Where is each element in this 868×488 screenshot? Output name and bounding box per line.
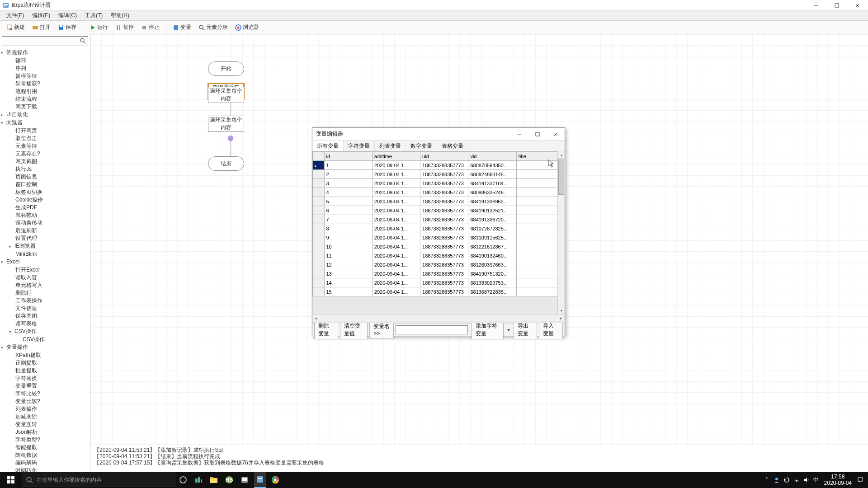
table-row[interactable]: 22020-09-04 1...188733288357773680924863…: [313, 170, 565, 179]
tree-item[interactable]: ▸UI自动化: [0, 111, 90, 119]
dialog-tab[interactable]: 列表变量: [375, 141, 406, 151]
toolbar-var-button[interactable]: 变量: [170, 22, 194, 33]
tree-item[interactable]: 保存关闭: [0, 312, 90, 320]
sidebar-search[interactable]: [2, 36, 88, 46]
tree-item[interactable]: 列表操作: [0, 405, 90, 413]
tree-item[interactable]: 文件信息: [0, 305, 90, 312]
menu-help[interactable]: 帮助(H): [107, 11, 133, 20]
table-row[interactable]: 122020-09-04 1...18873328835777368126039…: [313, 260, 565, 269]
tree-item[interactable]: 循环: [0, 57, 90, 65]
window-minimize-button[interactable]: [806, 0, 826, 11]
task-view-button[interactable]: [177, 472, 189, 488]
tree-item[interactable]: 网页下载: [0, 103, 90, 111]
tree-item[interactable]: 取值点击: [0, 135, 90, 142]
table-row[interactable]: 92020-09-04 1...188733288357773681109115…: [313, 233, 565, 242]
sidebar-tree[interactable]: ▾常规操作循环序列暂停等待异常捕获?流程引用结束流程网页下载▸UI自动化▾浏览器…: [0, 48, 90, 472]
scroll-thumb[interactable]: [558, 159, 564, 195]
flow-node-start[interactable]: 开始: [208, 61, 244, 76]
toolbar-stop-button[interactable]: 停止: [138, 22, 162, 33]
tree-item[interactable]: 变量重置: [0, 382, 90, 390]
taskbar-chrome[interactable]: [269, 472, 281, 488]
tree-item[interactable]: 页面信息: [0, 173, 90, 181]
dialog-tab[interactable]: 表格变量: [437, 141, 468, 151]
menu-compile[interactable]: 编译(C): [55, 11, 80, 20]
table-row[interactable]: 82020-09-04 1...188733288357773681072872…: [313, 224, 565, 233]
col-header-uid[interactable]: uid: [420, 152, 468, 161]
tree-item[interactable]: ▾变量操作: [0, 343, 90, 352]
tree-item[interactable]: 后退刷新: [0, 227, 90, 235]
tree-item[interactable]: 设置代理: [0, 235, 90, 242]
tree-item[interactable]: 工作表操作: [0, 297, 90, 305]
col-header-addtime[interactable]: addtime: [372, 152, 420, 161]
tray-sync-icon[interactable]: [782, 472, 792, 488]
add-var-dropdown[interactable]: ▾: [505, 325, 512, 334]
tree-item[interactable]: 滚动条移动: [0, 219, 90, 227]
tree-item[interactable]: 暂停等待: [0, 72, 90, 80]
scroll-left-arrow[interactable]: ◂: [312, 314, 320, 322]
tree-item[interactable]: 读写表格: [0, 320, 90, 328]
table-row[interactable]: 102020-09-04 1...18873328835777368122161…: [313, 242, 565, 251]
scroll-up-arrow[interactable]: ▴: [558, 151, 565, 159]
toolbar-analyze-button[interactable]: 元素分析: [196, 22, 231, 33]
toolbar-new-button[interactable]: +新建: [4, 22, 28, 33]
tree-item[interactable]: 批量提取: [0, 367, 90, 375]
toolbar-pause-button[interactable]: 暂停: [113, 22, 137, 33]
flow-node-loop1[interactable]: 遍环采集每个内容: [208, 87, 244, 103]
tree-item[interactable]: Cookie操作: [0, 196, 90, 204]
taskbar-app-1[interactable]: [193, 472, 204, 488]
tree-item[interactable]: 字符比较?: [0, 390, 90, 398]
tree-item[interactable]: 结束流程: [0, 95, 90, 103]
scroll-down-arrow[interactable]: ▾: [558, 307, 565, 314]
taskbar-app-hs[interactable]: HS: [223, 472, 235, 488]
window-maximize-button[interactable]: [826, 0, 847, 11]
tree-item[interactable]: 加减乘除: [0, 413, 90, 421]
dialog-titlebar[interactable]: 变量编辑器: [312, 128, 565, 141]
table-row[interactable]: 52020-09-04 1...188733288357773684191336…: [313, 197, 565, 206]
flow-node-end[interactable]: 结束: [208, 156, 244, 171]
toolbar-run-button[interactable]: 运行: [87, 22, 111, 33]
toolbar-open-button[interactable]: 打开: [29, 22, 53, 33]
flow-port[interactable]: [228, 136, 233, 141]
tree-item[interactable]: 执行Js: [0, 165, 90, 173]
toolbar-browser-button[interactable]: 浏览器: [232, 22, 262, 33]
tree-item[interactable]: 异常捕获?: [0, 80, 90, 88]
tree-item[interactable]: 删除行: [0, 289, 90, 297]
tray-chevron-icon[interactable]: ˄: [762, 472, 772, 488]
tray-clock[interactable]: 17:58 2020-09-04: [821, 474, 855, 486]
table-row[interactable]: 62020-09-04 1...188733288357773684190132…: [313, 206, 565, 215]
vertical-scrollbar[interactable]: ▴ ▾: [557, 151, 565, 314]
tree-item[interactable]: ▾Excel: [0, 258, 90, 266]
dialog-minimize-button[interactable]: [510, 128, 528, 141]
table-row[interactable]: 112020-09-04 1...18873328835777368419013…: [313, 251, 565, 260]
horizontal-scrollbar[interactable]: ◂ ▸: [312, 314, 565, 321]
start-button[interactable]: [0, 472, 22, 488]
tree-item[interactable]: MiniBlink: [0, 250, 90, 258]
table-row[interactable]: 32020-09-04 1...188733288357773684191337…: [313, 179, 565, 188]
tray-volume-icon[interactable]: [802, 472, 811, 488]
tree-item[interactable]: ▾常规操作: [0, 49, 90, 57]
dialog-close-button[interactable]: [547, 128, 565, 141]
tree-item[interactable]: 窗口控制: [0, 181, 90, 188]
tree-item[interactable]: 生成PDF: [0, 204, 90, 211]
table-row[interactable]: 72020-09-04 1...188733288357773684191336…: [313, 215, 565, 224]
tree-item[interactable]: 编码解码: [0, 459, 90, 467]
dialog-tab[interactable]: 字符变量: [344, 141, 375, 151]
tree-item[interactable]: ▾浏览器: [0, 119, 90, 127]
log-panel[interactable]: 【2020-09-04 11:53:21】【添加新记录】成功执行Sql【2020…: [90, 445, 868, 472]
tree-item[interactable]: 网页截图: [0, 158, 90, 165]
tree-item[interactable]: 读取内容: [0, 274, 90, 282]
window-close-button[interactable]: [847, 0, 868, 11]
tray-ime[interactable]: 中: [811, 476, 821, 484]
tree-item[interactable]: 智能提取: [0, 444, 90, 451]
taskbar-app-litrpa[interactable]: [254, 472, 266, 488]
dialog-maximize-button[interactable]: [528, 128, 547, 141]
flow-node-loop2[interactable]: 遍环采集每个内容: [208, 116, 244, 132]
tree-item[interactable]: CSV操作: [0, 336, 90, 343]
col-header-id[interactable]: id: [324, 152, 372, 161]
tray-network-icon[interactable]: [792, 472, 802, 488]
table-row[interactable]: 42020-09-04 1...188733288357773680986335…: [313, 188, 565, 197]
scroll-right-arrow[interactable]: ▸: [557, 314, 565, 322]
tree-item[interactable]: XPath提取: [0, 352, 90, 359]
toolbar-save-button[interactable]: 保存: [55, 22, 79, 33]
tree-item[interactable]: ▸IE浏览器: [0, 242, 90, 250]
